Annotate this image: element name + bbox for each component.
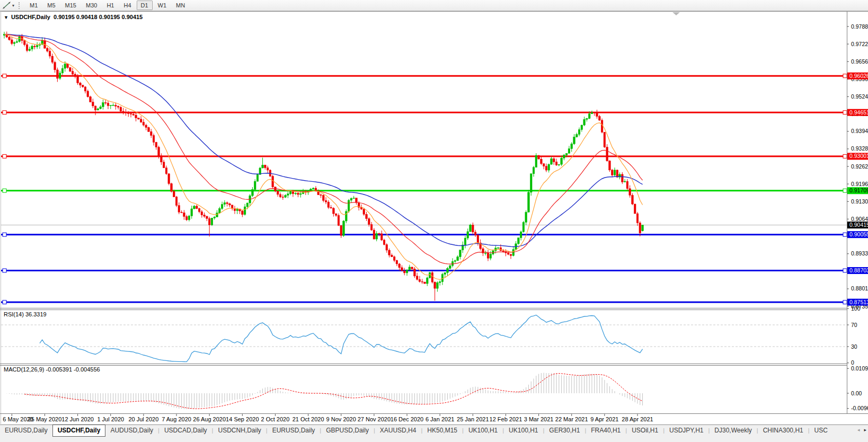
timeframe-button-w1[interactable]: W1 — [154, 1, 171, 10]
svg-text:0.91709: 0.91709 — [849, 187, 868, 193]
price-tick-label: 0.91960 — [851, 181, 868, 187]
date-tick-label: 3 Mar 2021 — [524, 416, 554, 422]
tab-usdjpy-h1[interactable]: USDJPY,H1 — [665, 425, 708, 436]
date-tick-label: 27 Nov 2020 — [358, 416, 391, 422]
tab-china300-h1[interactable]: CHINA300,H1 — [758, 425, 808, 436]
horizontal-level-line[interactable] — [1, 155, 847, 157]
symbol-dropdown-icon[interactable]: ▼ — [4, 15, 8, 20]
date-tick-label: 14 Sep 2020 — [226, 416, 259, 422]
timeframe-button-m30[interactable]: M30 — [82, 1, 101, 10]
price-tick-label: 0.97885 — [851, 23, 868, 30]
level-endpoint-handle[interactable] — [3, 111, 6, 114]
tab-usdcad-daily[interactable]: USDCAD,Daily — [160, 425, 212, 436]
date-tick-label: 7 Aug 2020 — [162, 416, 191, 422]
chart-title: ▼USDCHF,Daily 0.90195 0.90418 0.90195 0.… — [4, 14, 143, 20]
tab-usc[interactable]: USC — [810, 425, 832, 436]
level-endpoint-handle[interactable] — [843, 300, 847, 304]
tab-usoil-h1[interactable]: USOil,H1 — [627, 425, 663, 436]
timeframe-button-h4[interactable]: H4 — [119, 1, 135, 10]
price-tick-label: 0.90640 — [851, 216, 868, 222]
date-tick-label: 6 Jan 2021 — [426, 416, 454, 422]
line-studies-icon — [2, 2, 11, 10]
chart-background — [0, 11, 868, 424]
svg-text:0.88703: 0.88703 — [849, 267, 868, 273]
price-tick-label: 0.92620 — [851, 163, 868, 170]
toolbar-drag-handle[interactable] — [19, 2, 21, 9]
date-tick-label: 21 Oct 2020 — [293, 416, 324, 422]
timeframe-button-m15[interactable]: M15 — [61, 1, 81, 10]
date-tick-label: 16 Dec 2020 — [391, 416, 423, 422]
ohlc-values: 0.90195 0.90418 0.90195 0.90415 — [54, 14, 143, 20]
tab-eurusd-daily[interactable]: EURUSD,Daily — [268, 425, 320, 436]
level-endpoint-handle[interactable] — [843, 111, 847, 114]
tab-gbpusd-daily[interactable]: GBPUSD,Daily — [321, 425, 374, 436]
horizontal-level-line[interactable] — [1, 190, 847, 191]
level-endpoint-handle[interactable] — [3, 233, 6, 236]
line-studies-button[interactable]: ▾ — [2, 2, 16, 10]
level-endpoint-handle[interactable] — [3, 189, 6, 192]
price-tick-label: 0.97225 — [851, 41, 868, 47]
level-endpoint-handle[interactable] — [843, 189, 847, 192]
timeframe-button-m1[interactable]: M1 — [25, 1, 42, 10]
level-endpoint-handle[interactable] — [843, 154, 847, 158]
tab-dj30-weekly[interactable]: DJ30,Weekly — [710, 425, 756, 436]
tab-fra40-h1[interactable]: FRA40,H1 — [586, 425, 625, 436]
level-endpoint-handle[interactable] — [3, 74, 6, 78]
tab-hk50-m15[interactable]: HK50,M15 — [422, 425, 462, 436]
date-tick-label: 25 May 2020 — [28, 416, 62, 422]
tab-ger30-h1[interactable]: GER30,H1 — [544, 425, 584, 436]
horizontal-level-line[interactable] — [1, 302, 847, 303]
svg-text:0.94651: 0.94651 — [849, 109, 868, 116]
tab-usdchf-daily[interactable]: USDCHF,Daily — [52, 425, 106, 437]
timeframe-button-h1[interactable]: H1 — [102, 1, 118, 10]
horizontal-level-line[interactable] — [1, 234, 847, 235]
macd-tick-label: 0.00 — [851, 390, 862, 396]
svg-text:0.90055: 0.90055 — [849, 231, 868, 237]
macd-indicator-label: MACD(12,26,9) -0.005391 -0.004556 — [4, 366, 100, 373]
svg-text:0.90415: 0.90415 — [849, 222, 868, 228]
timeframe-buttons: M1M5M15M30H1H4D1W1MN — [25, 1, 190, 10]
level-endpoint-handle[interactable] — [843, 233, 847, 236]
tab-eurusd-daily[interactable]: EURUSD,Daily — [0, 425, 52, 436]
price-tick-label: 0.89335 — [851, 250, 868, 257]
level-endpoint-handle[interactable] — [3, 269, 6, 272]
tab-scroll-arrows: ◂ ▸ — [857, 428, 866, 432]
date-tick-label: 12 Jun 2020 — [61, 416, 94, 422]
rsi-indicator-label: RSI(14) 36.3319 — [4, 311, 47, 317]
chevron-down-icon[interactable]: ▾ — [12, 3, 14, 8]
timeframe-button-mn[interactable]: MN — [172, 1, 189, 10]
date-tick-label: 22 Mar 2021 — [555, 416, 588, 422]
level-endpoint-handle[interactable] — [843, 269, 847, 272]
level-endpoint-handle[interactable] — [3, 154, 6, 158]
macd-tick-label: 0.010933 — [851, 365, 868, 372]
horizontal-level-line[interactable] — [1, 270, 847, 271]
date-tick-label: 26 Aug 2020 — [193, 416, 226, 422]
price-axis-bg — [847, 12, 868, 413]
date-tick-label: 20 Jul 2020 — [128, 416, 158, 422]
tab-xauusd-h4[interactable]: XAUUSD,H4 — [375, 425, 421, 436]
tab-uk100-h1[interactable]: UK100,H1 — [464, 425, 502, 436]
level-endpoint-handle[interactable] — [3, 300, 6, 304]
tab-scroll-left-icon[interactable]: ◂ — [857, 428, 860, 432]
date-tick-label: 9 Apr 2021 — [590, 416, 618, 422]
rsi-tick-label: 30 — [851, 343, 857, 350]
svg-text:0.87513: 0.87513 — [849, 299, 868, 305]
level-endpoint-handle[interactable] — [843, 74, 847, 78]
date-tick-label: 1 Jul 2020 — [97, 416, 124, 422]
macd-tick-label: -0.009653 — [851, 405, 868, 411]
svg-text:0.96026: 0.96026 — [849, 73, 868, 79]
chart-canvas[interactable]: 6 May 202025 May 202012 Jun 20201 Jul 20… — [0, 0, 868, 442]
rsi-tick-label: 70 — [851, 322, 857, 328]
chart-tabbar: EURUSD,DailyUSDCHF,DailyAUDUSD,Daily|USD… — [0, 425, 868, 442]
date-tick-label: 25 Jan 2021 — [457, 416, 489, 422]
timeframe-button-m5[interactable]: M5 — [43, 1, 59, 10]
tab-uk100-h1[interactable]: UK100,H1 — [504, 425, 543, 436]
timeframe-toolbar: ▾ M1M5M15M30H1H4D1W1MN — [0, 0, 868, 11]
date-tick-label: 9 Nov 2020 — [326, 416, 356, 422]
date-tick-label: 28 Apr 2021 — [622, 416, 653, 422]
timeframe-button-d1[interactable]: D1 — [137, 1, 153, 10]
tab-usdcnh-daily[interactable]: USDCNH,Daily — [213, 425, 265, 436]
price-tick-label: 0.93280 — [851, 145, 868, 152]
tab-audusd-daily[interactable]: AUDUSD,Daily — [105, 425, 158, 436]
tab-scroll-right-icon[interactable]: ▸ — [864, 428, 866, 432]
